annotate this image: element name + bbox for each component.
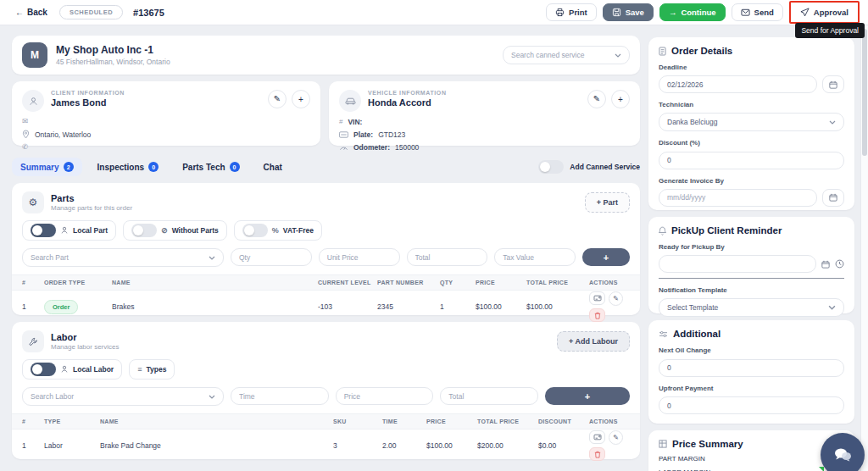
labor-row-actions [589,430,630,461]
local-labor-toggle-group[interactable]: Local Labor [22,359,122,380]
client-location-row: Ontario, Waterloo [12,128,320,141]
labor-sku: 3 [333,441,377,450]
calendar-icon[interactable] [821,260,830,269]
part-unit-price-input[interactable] [319,248,400,266]
part-margin-label: PART MARGIN [659,455,844,463]
part-tax-input[interactable] [494,248,576,266]
approval-button[interactable]: Approval [792,3,857,21]
col-total-price: TOTAL PRICE [477,418,533,424]
gear-icon [22,191,44,213]
add-vehicle-button[interactable]: + [611,90,630,108]
pencil-icon [613,296,619,302]
search-labor-select[interactable]: Search Labor [22,387,224,406]
tab-parts-tech[interactable]: Parts Tech 0 [174,158,248,176]
labor-price: $100.00 [426,441,472,450]
edit-client-button[interactable] [268,90,287,108]
next-oil-input[interactable] [659,359,844,377]
back-button[interactable]: Back [15,8,47,17]
types-button[interactable]: Types [129,359,175,380]
part-edit-button[interactable] [609,291,623,306]
vat-free-toggle[interactable] [242,224,268,237]
deadline-calendar-button[interactable] [822,75,844,93]
tab-inspections[interactable]: Inspections 0 [89,158,168,176]
local-part-toggle[interactable] [31,224,56,237]
labor-time-input[interactable] [231,387,329,405]
local-labor-toggle[interactable] [31,363,56,376]
print-button[interactable]: Print [546,3,597,21]
vehicle-actions: + [587,90,630,108]
phone-icon [22,143,28,151]
tab-summary[interactable]: Summary 2 [12,158,82,176]
save-button[interactable]: Save [603,3,654,21]
add-labour-button[interactable]: + Add Labour [557,331,630,352]
parts-subtitle: Manage parts for this order [51,204,132,212]
deadline-label: Deadline [659,64,844,71]
labor-total-input[interactable] [440,387,538,405]
search-part-select[interactable]: Search Part [22,248,224,267]
without-parts-toggle[interactable] [131,224,157,237]
page-scrollbar-thumb[interactable] [862,29,867,156]
part-current-level: -103 [318,302,372,311]
add-part-button[interactable]: + Part [585,192,630,213]
labor-edit-button[interactable] [609,430,623,445]
without-parts-toggle-group[interactable]: Without Parts [123,220,227,241]
ready-pickup-field-row [659,255,844,273]
add-client-button[interactable]: + [292,90,310,108]
chat-status-indicator [819,467,824,471]
technician-select[interactable]: Danka Belciugg [659,113,844,131]
labor-subtitle: Manage labor services [51,343,119,351]
part-total-input[interactable] [407,248,488,266]
labor-time: 2.00 [382,441,421,450]
labor-toggles: Local Labor Types [12,352,640,380]
part-tag-button[interactable] [589,291,605,305]
notification-template-select[interactable]: Select Template [659,298,844,317]
pencil-icon [593,95,600,103]
ready-pickup-label: Ready for Pickup By [659,243,844,251]
add-labor-row-button[interactable]: + [545,387,630,405]
canned-service-select[interactable]: Search canned service [503,46,630,64]
part-number: 2345 [377,302,435,311]
toggle-knob [133,225,143,236]
parts-header: Parts Manage parts for this order + Part [12,191,640,213]
save-icon [612,8,621,17]
invoice-date-input[interactable] [659,189,817,207]
tab-chat[interactable]: Chat [255,158,291,176]
tab-parts-tech-label: Parts Tech [182,163,225,172]
vat-free-toggle-group[interactable]: VAT-Free [234,220,322,241]
send-button[interactable]: Send [732,3,783,21]
discount-input[interactable] [659,152,844,169]
pickup-title: PickUp Client Reminder [671,225,782,236]
map-pin-icon [22,130,30,139]
part-name: Brakes [112,302,313,311]
back-arrow-icon [15,8,24,17]
part-row-index: 1 [22,302,39,311]
invoice-calendar-button[interactable] [822,189,844,207]
labor-titles: Labor Manage labor services [51,332,119,351]
chevron-down-icon [828,305,836,310]
vat-free-label: VAT-Free [283,226,314,235]
labor-section-card: Labor Manage labor services + Add Labour… [12,322,640,459]
order-details-card: Order Details Deadline Technician Danka … [648,37,854,210]
continue-button[interactable]: Continue [659,3,726,21]
shop-name: My Shop Auto Inc -1 [56,44,170,56]
deadline-field-row [659,75,844,93]
labor-delete-button[interactable] [589,447,605,461]
add-part-row-button[interactable]: + [582,248,630,266]
clock-icon[interactable] [835,259,844,269]
part-qty-input[interactable] [231,248,312,266]
send-label: Send [754,8,774,17]
edit-vehicle-button[interactable] [587,90,606,108]
labor-table-header: # TYPE NAME SKU TIME PRICE TOTAL PRICE D… [12,413,640,429]
part-delete-button[interactable] [589,308,605,322]
col-current-level: CURRENT LEVEL [318,280,372,285]
ready-pickup-input[interactable] [659,255,816,273]
add-canned-service-toggle[interactable] [538,160,564,174]
labor-price-input[interactable] [336,387,434,405]
upfront-payment-input[interactable] [659,396,844,414]
local-part-toggle-group[interactable]: Local Part [22,220,116,241]
deadline-input[interactable] [659,75,817,93]
labor-tag-button[interactable] [589,430,605,444]
col-part-number: PART NUMBER [377,280,435,285]
labor-table-row: 1 Labor Brake Pad Change 3 2.00 $100.00 … [12,429,640,462]
chat-fab-button[interactable] [821,433,865,471]
